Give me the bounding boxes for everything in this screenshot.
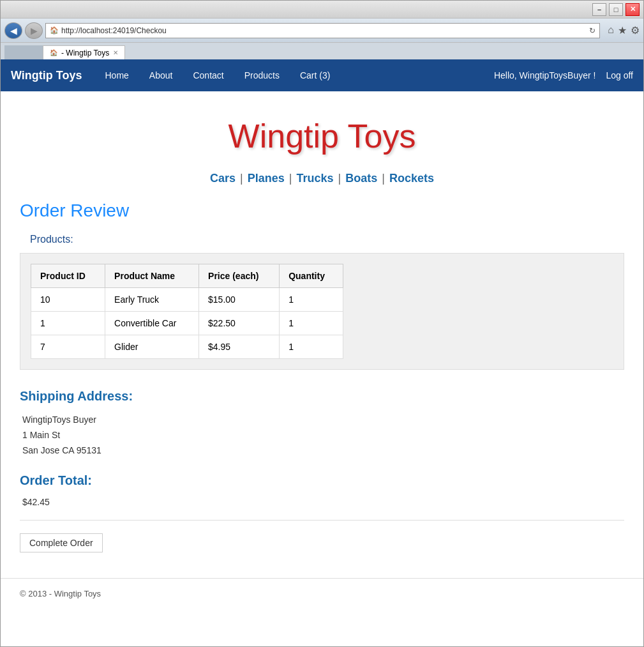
site-title: Wingtip Toys bbox=[20, 104, 624, 162]
table-row: 10 Early Truck $15.00 1 bbox=[31, 288, 343, 312]
cell-product-name: Early Truck bbox=[105, 288, 199, 312]
products-table-wrapper: Product ID Product Name Price (each) Qua… bbox=[20, 253, 624, 370]
cell-product-id: 1 bbox=[31, 312, 105, 335]
shipping-title: Shipping Address: bbox=[20, 389, 624, 404]
cell-quantity: 1 bbox=[280, 288, 343, 312]
col-quantity: Quantity bbox=[280, 264, 343, 288]
favorites-icon[interactable]: ★ bbox=[618, 24, 627, 36]
sep-2: | bbox=[289, 172, 292, 185]
user-greeting: Hello, WingtipToysBuyer ! bbox=[494, 70, 596, 80]
cell-product-name: Convertible Car bbox=[105, 312, 199, 335]
order-total-section: Order Total: $42.45 bbox=[20, 473, 624, 507]
cell-price: $15.00 bbox=[199, 288, 280, 312]
footer: © 2013 - Wingtip Toys bbox=[1, 578, 643, 609]
navbar-links: Home About Contact Products Cart (3) bbox=[95, 59, 494, 91]
order-total-title: Order Total: bbox=[20, 473, 624, 488]
home-icon[interactable]: ⌂ bbox=[608, 24, 614, 36]
products-table: Product ID Product Name Price (each) Qua… bbox=[31, 264, 343, 359]
category-cars[interactable]: Cars bbox=[210, 172, 236, 185]
nav-contact[interactable]: Contact bbox=[183, 59, 234, 91]
col-product-name: Product Name bbox=[105, 264, 199, 288]
divider bbox=[20, 520, 624, 521]
cell-price: $4.95 bbox=[199, 335, 280, 359]
table-row: 1 Convertible Car $22.50 1 bbox=[31, 312, 343, 335]
products-label: Products: bbox=[30, 234, 624, 245]
sep-3: | bbox=[338, 172, 341, 185]
table-header-row: Product ID Product Name Price (each) Qua… bbox=[31, 264, 343, 288]
nav-about[interactable]: About bbox=[139, 59, 183, 91]
nav-cart[interactable]: Cart (3) bbox=[290, 59, 340, 91]
reload-button[interactable]: ↻ bbox=[589, 26, 595, 35]
col-price: Price (each) bbox=[199, 264, 280, 288]
browser-window: – □ ✕ ◀ ▶ 🏠 http://localhost:24019/Check… bbox=[0, 0, 644, 647]
active-tab[interactable]: 🏠 - Wingtip Toys ✕ bbox=[43, 45, 125, 59]
address-favicon: 🏠 bbox=[50, 26, 59, 34]
nav-home[interactable]: Home bbox=[95, 59, 139, 91]
navbar: Wingtip Toys Home About Contact Products… bbox=[1, 59, 643, 91]
cell-product-id: 10 bbox=[31, 288, 105, 312]
address-text: http://localhost:24019/Checkou bbox=[61, 26, 587, 35]
page-heading: Order Review bbox=[20, 201, 624, 221]
page-content: Wingtip Toys Home About Contact Products… bbox=[1, 59, 643, 646]
category-rockets[interactable]: Rockets bbox=[389, 172, 434, 185]
tab-placeholder bbox=[4, 45, 43, 59]
minimize-btn[interactable]: – bbox=[592, 3, 606, 16]
sep-1: | bbox=[240, 172, 243, 185]
shipping-street: 1 Main St bbox=[22, 428, 624, 443]
copyright-text: © 2013 - Wingtip Toys bbox=[20, 589, 101, 598]
sep-4: | bbox=[382, 172, 385, 185]
maximize-btn[interactable]: □ bbox=[609, 3, 623, 16]
cell-product-id: 7 bbox=[31, 335, 105, 359]
tab-favicon: 🏠 bbox=[50, 49, 57, 56]
logoff-link[interactable]: Log off bbox=[606, 70, 633, 80]
complete-order-button[interactable]: Complete Order bbox=[20, 533, 103, 552]
shipping-section: Shipping Address: WingtipToys Buyer 1 Ma… bbox=[20, 389, 624, 458]
cell-product-name: Glider bbox=[105, 335, 199, 359]
col-product-id: Product ID bbox=[31, 264, 105, 288]
cell-quantity: 1 bbox=[280, 312, 343, 335]
titlebar: – □ ✕ bbox=[1, 1, 643, 19]
address-bar[interactable]: 🏠 http://localhost:24019/Checkou ↻ bbox=[45, 23, 600, 38]
order-total-value: $42.45 bbox=[22, 497, 624, 507]
navbar-right: Hello, WingtipToysBuyer ! Log off bbox=[494, 70, 633, 80]
back-button[interactable]: ◀ bbox=[4, 22, 22, 39]
category-trucks[interactable]: Trucks bbox=[296, 172, 333, 185]
main-content: Wingtip Toys Cars | Planes | Trucks | Bo… bbox=[1, 91, 643, 578]
toolbar-icons: ⌂ ★ ⚙ bbox=[608, 24, 640, 36]
close-btn[interactable]: ✕ bbox=[625, 3, 640, 16]
tab-bar: 🏠 - Wingtip Toys ✕ bbox=[1, 43, 643, 59]
nav-products[interactable]: Products bbox=[234, 59, 290, 91]
forward-button[interactable]: ▶ bbox=[25, 22, 43, 39]
shipping-address: WingtipToys Buyer 1 Main St San Jose CA … bbox=[22, 413, 624, 458]
category-nav: Cars | Planes | Trucks | Boats | Rockets bbox=[20, 172, 624, 185]
tab-close-icon[interactable]: ✕ bbox=[113, 49, 118, 56]
cell-price: $22.50 bbox=[199, 312, 280, 335]
settings-icon[interactable]: ⚙ bbox=[631, 24, 640, 36]
table-row: 7 Glider $4.95 1 bbox=[31, 335, 343, 359]
tab-title: - Wingtip Toys bbox=[61, 49, 109, 57]
shipping-name: WingtipToys Buyer bbox=[22, 413, 624, 428]
browser-toolbar: ◀ ▶ 🏠 http://localhost:24019/Checkou ↻ ⌂… bbox=[1, 19, 643, 43]
shipping-city: San Jose CA 95131 bbox=[22, 443, 624, 459]
navbar-brand[interactable]: Wingtip Toys bbox=[11, 69, 82, 82]
category-planes[interactable]: Planes bbox=[248, 172, 285, 185]
cell-quantity: 1 bbox=[280, 335, 343, 359]
category-boats[interactable]: Boats bbox=[345, 172, 377, 185]
